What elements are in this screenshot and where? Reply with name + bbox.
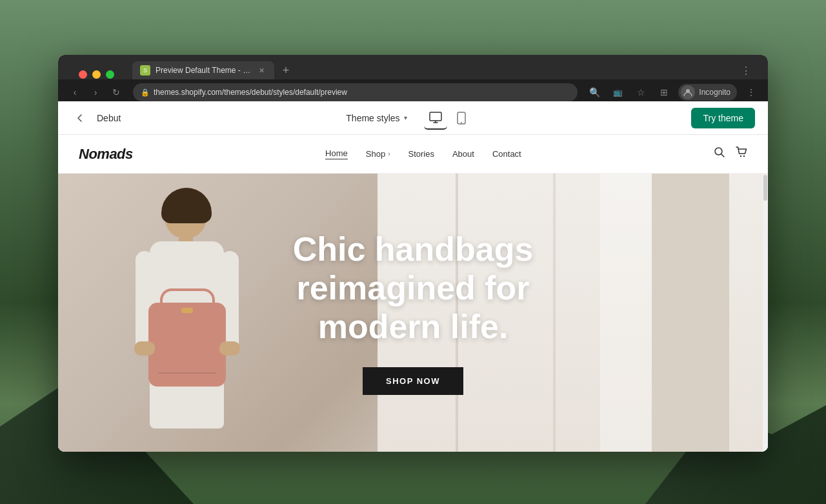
back-button[interactable] (71, 109, 89, 127)
back-nav-button[interactable]: ‹ (66, 83, 84, 101)
browser-scrollbar[interactable] (763, 174, 768, 452)
scrollbar-thumb[interactable] (763, 175, 767, 201)
tab-close-button[interactable]: ✕ (256, 65, 267, 76)
nav-item-contact[interactable]: Contact (492, 149, 521, 159)
nav-item-about[interactable]: About (452, 149, 474, 159)
browser-actions: 🔍 📺 ☆ ⊞ Incognito ⋮ (585, 83, 760, 101)
person-hand-right (219, 341, 240, 356)
bag-line (158, 372, 216, 374)
chevron-down-icon: ▾ (404, 114, 407, 121)
svg-point-3 (461, 122, 462, 123)
view-buttons (424, 106, 473, 130)
store-logo: Nomads (79, 146, 133, 163)
cart-store-icon[interactable] (736, 146, 747, 161)
nav-item-stories[interactable]: Stories (408, 149, 434, 159)
browser-more-button[interactable]: ⋮ (742, 83, 760, 101)
traffic-lights (68, 63, 125, 79)
shop-chevron-icon: › (388, 150, 390, 157)
active-tab[interactable]: S Preview Default Theme - Debu ✕ (132, 61, 274, 79)
store-menu: Home Shop › Stories About Contact (325, 148, 521, 159)
lock-icon: 🔒 (141, 88, 150, 97)
svg-rect-1 (430, 112, 441, 121)
store-nav: Nomads Home Shop › Stories About Contact (58, 135, 768, 174)
toolbar-center: Theme styles ▾ (339, 106, 472, 130)
theme-toolbar: Debut Theme styles ▾ (58, 101, 768, 135)
page-content: Debut Theme styles ▾ (58, 101, 768, 452)
nav-buttons: ‹ › ↻ (66, 83, 125, 101)
toolbar-left: Debut (71, 109, 121, 127)
theme-styles-label: Theme styles (346, 113, 399, 123)
svg-point-4 (715, 148, 722, 155)
profile-switcher-button[interactable]: ⊞ (655, 83, 673, 101)
tab-title: Preview Default Theme - Debu (156, 66, 251, 75)
url-text: themes.shopify.com/themes/debut/styles/d… (154, 88, 347, 97)
store-nav-actions (714, 146, 747, 161)
browser-window: S Preview Default Theme - Debu ✕ + ⋮ ‹ ›… (58, 55, 768, 452)
bag-strap (160, 288, 215, 305)
bag-clasp (181, 308, 193, 313)
new-tab-button[interactable]: + (277, 61, 295, 79)
svg-point-6 (743, 156, 745, 157)
mobile-view-button[interactable] (450, 106, 473, 130)
tab-favicon: S (140, 65, 150, 76)
theme-styles-button[interactable]: Theme styles ▾ (339, 109, 413, 127)
search-store-icon[interactable] (714, 146, 725, 161)
close-window-button[interactable] (79, 70, 87, 79)
hero-section: Chic handbags reimagined for modern life… (58, 174, 768, 452)
search-browser-button[interactable]: 🔍 (585, 83, 603, 101)
forward-nav-button[interactable]: › (86, 83, 105, 101)
incognito-label: Incognito (699, 88, 730, 97)
hero-title: Chic handbags reimagined for modern life… (213, 230, 613, 346)
nav-item-home[interactable]: Home (325, 148, 348, 159)
cast-button[interactable]: 📺 (609, 83, 627, 101)
browser-chrome: S Preview Default Theme - Debu ✕ + ⋮ ‹ ›… (58, 55, 768, 101)
incognito-avatar (681, 85, 695, 99)
try-theme-button[interactable]: Try theme (691, 108, 755, 128)
nav-item-shop[interactable]: Shop › (366, 149, 390, 159)
svg-point-5 (740, 156, 741, 157)
bookmark-button[interactable]: ☆ (632, 83, 650, 101)
shop-now-button[interactable]: SHOP NOW (363, 367, 463, 395)
store-preview: Nomads Home Shop › Stories About Contact (58, 135, 768, 452)
person-hand-left (134, 341, 155, 356)
reload-nav-button[interactable]: ↻ (107, 83, 125, 101)
debut-label: Debut (97, 113, 121, 123)
minimize-window-button[interactable] (92, 70, 101, 79)
tab-bar: S Preview Default Theme - Debu ✕ + (132, 61, 729, 79)
incognito-badge[interactable]: Incognito (678, 84, 737, 101)
desktop-view-button[interactable] (424, 106, 447, 130)
address-bar[interactable]: 🔒 themes.shopify.com/themes/debut/styles… (133, 83, 578, 101)
browser-menu-button[interactable]: ⋮ (737, 61, 755, 79)
person-bag-body (148, 303, 226, 387)
fullscreen-window-button[interactable] (106, 70, 114, 79)
